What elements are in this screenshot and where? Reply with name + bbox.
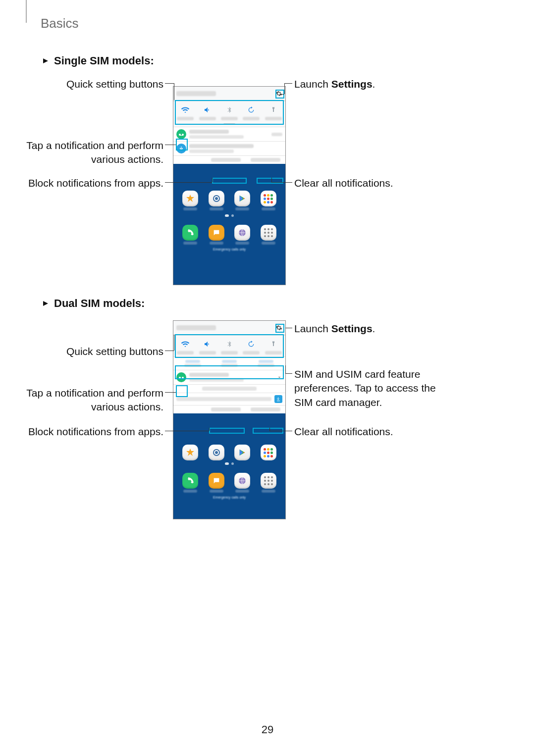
notification-panel xyxy=(173,321,285,413)
internet-app-icon[interactable] xyxy=(234,473,250,489)
sim-pref-calls[interactable] xyxy=(174,359,211,368)
usb-icon xyxy=(176,144,186,153)
section-title: Basics xyxy=(41,16,79,31)
heading-single-sim: Single SIM models: xyxy=(42,54,154,67)
settings-gear-icon[interactable] xyxy=(275,90,282,97)
wifi-icon[interactable] xyxy=(180,339,191,350)
dock-row xyxy=(173,220,285,242)
bluetooth-icon[interactable] xyxy=(224,104,235,115)
heading-dual-sim: Dual SIM models: xyxy=(42,297,145,310)
connector xyxy=(285,328,292,328)
quick-settings-labels xyxy=(173,116,285,122)
play-store-app-icon[interactable] xyxy=(234,445,250,460)
drag-handle-icon[interactable] xyxy=(223,123,235,125)
camera-app-icon[interactable] xyxy=(209,445,224,460)
messages-app-icon[interactable] xyxy=(209,225,224,241)
connector xyxy=(280,94,284,95)
svg-marker-14 xyxy=(240,450,243,455)
connector xyxy=(174,335,174,351)
svg-marker-9 xyxy=(43,301,48,306)
sound-icon[interactable] xyxy=(202,104,213,115)
callout-quick-settings: Quick setting buttons xyxy=(40,77,163,91)
gallery-app-icon[interactable] xyxy=(182,191,198,206)
play-store-app-icon[interactable] xyxy=(234,191,250,206)
emergency-text: Emergency calls only xyxy=(173,496,285,502)
phone-app-icon[interactable] xyxy=(182,473,198,489)
chevron-down-icon[interactable] xyxy=(276,374,282,380)
svg-point-3 xyxy=(215,197,218,200)
gallery-app-icon[interactable] xyxy=(182,445,198,460)
rotate-icon[interactable] xyxy=(246,339,257,350)
manual-page: Basics Single SIM models: xyxy=(0,0,535,756)
notification-text xyxy=(189,373,273,382)
status-bar xyxy=(173,87,285,101)
apps-drawer-icon[interactable] xyxy=(261,473,276,489)
google-folder-icon[interactable] xyxy=(261,191,276,206)
connector xyxy=(284,83,285,94)
callout-launch-settings: Launch Settings. xyxy=(294,322,375,336)
callout-tap-notification: Tap a notification and perform various a… xyxy=(15,139,163,167)
quick-settings-row[interactable] xyxy=(173,101,285,116)
callout-block-notifications: Block notifications from apps. xyxy=(25,176,163,190)
connector xyxy=(212,178,213,182)
settings-gear-icon[interactable] xyxy=(275,324,282,331)
callout-clear-all: Clear all notifications. xyxy=(294,425,393,439)
app-row xyxy=(173,440,285,461)
torch-icon[interactable] xyxy=(268,339,279,350)
callout-sim-manager: SIM and USIM card feature preferences. T… xyxy=(294,367,448,409)
home-screen: Emergency calls only xyxy=(173,186,285,285)
connector xyxy=(165,145,176,145)
sim-pref-data[interactable] xyxy=(248,359,284,368)
google-folder-icon[interactable] xyxy=(261,445,276,460)
phone-screenshot-dual-sim: Emergency calls only xyxy=(173,321,285,519)
connector xyxy=(165,351,174,351)
home-screen: Emergency calls only xyxy=(173,440,285,519)
callout-clear-all: Clear all notifications. xyxy=(294,176,393,190)
sound-icon[interactable] xyxy=(202,339,213,350)
wifi-icon[interactable] xyxy=(180,104,191,115)
triangle-icon xyxy=(42,300,49,307)
notification-item[interactable] xyxy=(173,141,285,155)
connector xyxy=(209,428,210,431)
bluetooth-icon[interactable] xyxy=(224,339,235,350)
camera-app-icon[interactable] xyxy=(209,191,224,206)
clear-all-button[interactable] xyxy=(251,158,280,162)
clear-all-button[interactable] xyxy=(251,407,280,411)
clock-blur xyxy=(176,91,216,96)
sim-preference-row[interactable] xyxy=(173,356,285,370)
messages-app-icon[interactable] xyxy=(209,473,224,489)
svg-marker-1 xyxy=(186,195,194,202)
svg-marker-10 xyxy=(186,449,194,456)
dock-row xyxy=(173,468,285,490)
notification-item[interactable] xyxy=(173,370,285,384)
voicemail-icon xyxy=(176,129,186,139)
block-notifications-button[interactable] xyxy=(211,407,241,411)
connector xyxy=(165,392,176,393)
connector xyxy=(165,83,174,84)
quick-settings-labels xyxy=(173,351,285,356)
torch-icon[interactable] xyxy=(268,104,279,115)
notification-item[interactable] xyxy=(173,127,285,141)
notification-actions xyxy=(173,405,285,413)
page-indicator xyxy=(173,461,285,468)
voicemail-icon xyxy=(176,372,186,382)
notification-text xyxy=(189,130,268,139)
sim-pref-texts[interactable] xyxy=(211,359,248,368)
quick-settings-row[interactable] xyxy=(173,335,285,351)
internet-app-icon[interactable] xyxy=(234,225,250,241)
block-notifications-button[interactable] xyxy=(211,158,241,162)
highlight-clear xyxy=(257,178,283,184)
connector xyxy=(283,182,292,183)
download-icon[interactable] xyxy=(274,395,282,403)
rotate-icon[interactable] xyxy=(246,104,257,115)
svg-marker-5 xyxy=(240,196,243,202)
phone-app-icon[interactable] xyxy=(182,225,198,241)
apps-drawer-icon[interactable] xyxy=(261,225,276,241)
svg-marker-0 xyxy=(43,58,48,63)
connector xyxy=(271,178,272,182)
clock-blur xyxy=(176,325,216,330)
connector xyxy=(165,431,209,431)
emergency-text: Emergency calls only xyxy=(173,248,285,254)
highlight-block xyxy=(209,428,245,434)
connector xyxy=(269,428,270,431)
